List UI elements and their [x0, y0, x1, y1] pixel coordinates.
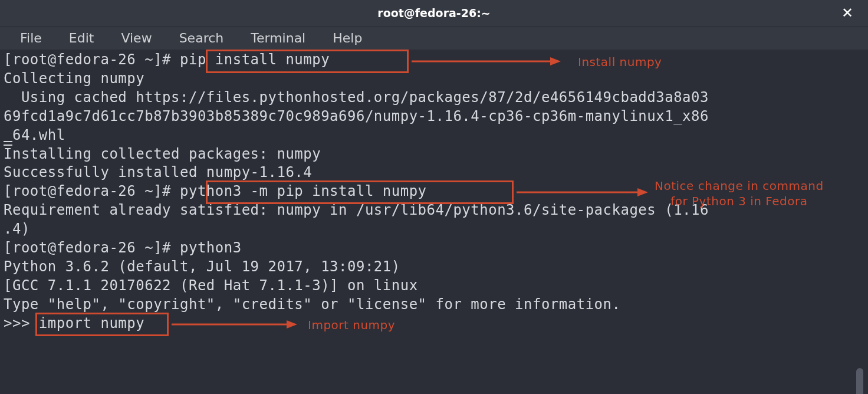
shell-prompt: [root@fedora-26 ~]#: [4, 51, 180, 68]
terminal-body[interactable]: [root@fedora-26 ~]# pip install numpy Co…: [0, 50, 868, 394]
terminal-line: [GCC 7.1.1 20170622 (Red Hat 7.1.1-3)] o…: [4, 277, 864, 296]
menu-edit[interactable]: Edit: [56, 28, 107, 48]
menu-search[interactable]: Search: [166, 28, 237, 48]
terminal-line: Collecting numpy: [4, 70, 864, 88]
annotation-label: Notice change in command for Python 3 in…: [655, 178, 824, 209]
annotation-label: Install numpy: [578, 54, 662, 70]
scrollbar-thumb[interactable]: [856, 368, 863, 394]
command-text: python3 -m pip install numpy: [180, 183, 427, 199]
menu-view[interactable]: View: [108, 28, 165, 48]
terminal-line: [root@fedora-26 ~]# pip install numpy: [4, 51, 864, 70]
output-text: 4.whl: [21, 127, 65, 143]
output-text: 6: [12, 127, 21, 143]
python-prompt: >>>: [4, 315, 39, 331]
command-text: python3: [180, 239, 242, 256]
terminal-line: Type "help", "copyright", "credits" or "…: [4, 296, 864, 314]
menubar: File Edit View Search Terminal Help: [0, 26, 868, 50]
terminal-line: .4): [4, 220, 864, 239]
menu-file[interactable]: File: [7, 28, 55, 48]
close-button[interactable]: ✕: [839, 4, 856, 22]
terminal-line: 69fcd1a9c7d61cc7b87b3903b85389c70c989a69…: [4, 107, 864, 126]
output-text: nstalling collected packages: numpy: [12, 146, 321, 162]
terminal-line: Python 3.6.2 (default, Jul 19 2017, 13:0…: [4, 258, 864, 277]
terminal-window: root@fedora-26:~ ✕ File Edit View Search…: [0, 0, 868, 394]
output-text: I: [4, 146, 12, 162]
command-text: import numpy: [39, 315, 144, 331]
window-title: root@fedora-26:~: [377, 6, 490, 19]
annotation-label: Import numpy: [308, 317, 395, 333]
output-text: [4, 127, 12, 143]
shell-prompt: [root@fedora-26 ~]#: [4, 183, 180, 199]
menu-help[interactable]: Help: [320, 28, 375, 48]
terminal-line: Installing collected packages: numpy: [4, 145, 864, 164]
menu-terminal[interactable]: Terminal: [238, 28, 318, 48]
shell-prompt: [root@fedora-26 ~]#: [4, 239, 180, 256]
terminal-line: >>> import numpy: [4, 314, 864, 333]
terminal-line: [root@fedora-26 ~]# python3: [4, 239, 864, 258]
terminal-line: 64.whl: [4, 126, 864, 145]
titlebar: root@fedora-26:~ ✕: [0, 0, 868, 26]
terminal-line: Using cached https://files.pythonhosted.…: [4, 88, 864, 107]
command-text: pip install numpy: [180, 51, 330, 68]
